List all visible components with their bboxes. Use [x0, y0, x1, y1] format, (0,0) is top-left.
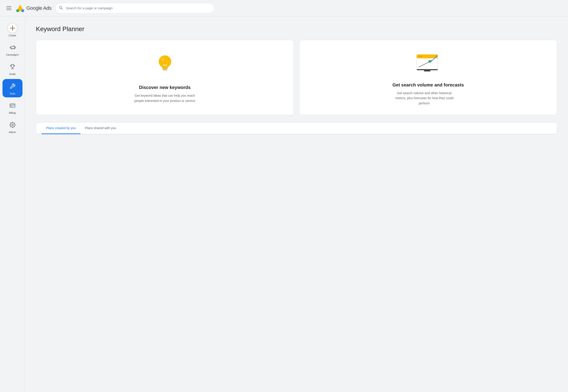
sidebar-item-create[interactable]: Create: [2, 21, 23, 39]
tools-icon: [8, 81, 17, 91]
hamburger-line-1: [6, 6, 11, 7]
tab-plans-created-by-you[interactable]: Plans created by you: [42, 123, 80, 134]
svg-rect-9: [10, 47, 10, 48]
campaigns-icon: [8, 42, 17, 52]
chart-icon: [415, 49, 442, 76]
svg-point-24: [419, 56, 420, 57]
sidebar-billing-label: Billing: [9, 112, 16, 114]
svg-line-6: [62, 8, 62, 9]
sidebar: Create Campaigns Goals: [0, 16, 25, 392]
app-title: Google Ads: [26, 5, 52, 11]
svg-point-16: [159, 55, 171, 68]
sidebar-item-tools[interactable]: Tools: [2, 79, 23, 97]
admin-icon: [8, 120, 17, 130]
header-left: Google Ads: [4, 4, 52, 13]
svg-rect-17: [162, 67, 168, 69]
forecasts-card-desc: Get search volume and other historical m…: [392, 91, 456, 106]
svg-rect-30: [424, 70, 430, 71]
svg-rect-18: [162, 68, 167, 70]
google-ads-logo-link[interactable]: Google Ads: [16, 4, 52, 13]
plans-section: Plans created by you Plans shared with y…: [36, 122, 557, 134]
page-title: Keyword Planner: [36, 26, 557, 33]
create-icon: [8, 23, 17, 33]
forecasts-card-title: Get search volume and forecasts: [392, 82, 464, 88]
header: Google Ads: [0, 0, 568, 16]
hamburger-line-3: [6, 10, 11, 10]
sidebar-item-campaigns[interactable]: Campaigns: [2, 40, 23, 58]
sidebar-tools-label: Tools: [10, 92, 15, 95]
search-bar-container: [55, 3, 214, 14]
lightbulb-icon: [151, 52, 179, 79]
svg-rect-19: [163, 70, 167, 71]
search-icon: [59, 6, 63, 11]
sidebar-item-billing[interactable]: Billing: [2, 98, 23, 117]
hamburger-line-2: [6, 8, 11, 8]
discover-keywords-card[interactable]: Discover new keywords Get keyword ideas …: [36, 40, 294, 115]
discover-card-content: Discover new keywords Get keyword ideas …: [133, 84, 197, 103]
svg-rect-29: [417, 69, 437, 70]
search-input[interactable]: [55, 3, 214, 14]
svg-point-15: [12, 124, 13, 126]
discover-card-title: Discover new keywords: [133, 84, 197, 90]
tab-plans-shared-with-you[interactable]: Plans shared with you: [80, 123, 121, 134]
sidebar-admin-label: Admin: [9, 131, 16, 134]
sidebar-item-goals[interactable]: Goals: [2, 59, 23, 78]
goals-icon: [8, 62, 17, 72]
svg-rect-12: [10, 104, 15, 107]
sidebar-goals-label: Goals: [9, 73, 16, 76]
sidebar-campaigns-label: Campaigns: [6, 53, 19, 56]
svg-point-25: [421, 56, 422, 57]
sidebar-item-admin[interactable]: Admin: [2, 118, 23, 136]
forecasts-card[interactable]: Get search volume and forecasts Get sear…: [299, 40, 557, 115]
hamburger-menu-button[interactable]: [4, 4, 13, 12]
tabs-row: Plans created by you Plans shared with y…: [36, 123, 557, 134]
plus-colored-icon: [10, 25, 15, 31]
sidebar-create-label: Create: [9, 34, 16, 37]
forecasts-card-content: Get search volume and forecasts Get sear…: [392, 82, 464, 106]
discover-card-desc: Get keyword ideas that can help you reac…: [133, 93, 197, 103]
main-content: Keyword Planner: [25, 16, 568, 392]
layout: Create Campaigns Goals: [0, 16, 568, 392]
google-ads-logo-icon: [16, 4, 25, 13]
billing-icon: [8, 100, 17, 111]
cards-row: Discover new keywords Get keyword ideas …: [36, 40, 557, 115]
